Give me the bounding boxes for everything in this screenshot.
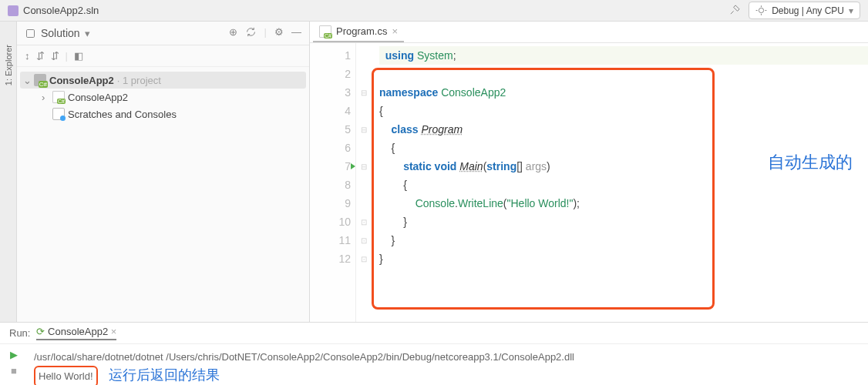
chevron-down-icon[interactable]: ▾ [85, 28, 90, 39]
tree-project[interactable]: ConsoleApp2 [20, 89, 306, 105]
solution-breadcrumb[interactable]: ConsoleApp2.sln [8, 5, 99, 16]
scratches-icon [52, 108, 65, 120]
line-num: 4 [310, 102, 351, 120]
explorer-vertical-tab[interactable]: 1: Explorer [0, 22, 17, 322]
run-command-line: /usr/local/share/dotnet/dotnet /Users/ch… [34, 349, 862, 366]
target-icon[interactable]: ⊕ [229, 26, 237, 40]
bug-icon [755, 5, 767, 16]
line-num: 9 [310, 194, 351, 213]
line-num: 1 [310, 46, 351, 65]
chevron-down-icon: ▾ [849, 5, 853, 16]
chevron-right-icon[interactable] [42, 92, 49, 103]
annotation-autogen-box [372, 68, 715, 310]
annotation-autogen-label: 自动生成的 [768, 151, 853, 174]
run-config-label: Debug | Any CPU [772, 5, 844, 16]
line-num: 10 [310, 213, 351, 231]
tree-project-name: ConsoleApp2 [68, 92, 128, 103]
line-gutter: 1 2 3 4 5 6 7 8 9 10 11 12 [310, 43, 356, 322]
sort-icon[interactable]: ⇵ [36, 50, 45, 62]
filter-icon[interactable]: ⇵ [51, 50, 59, 62]
gear-icon[interactable]: ⚙ [274, 26, 284, 40]
tree-root-suffix: · 1 project [117, 75, 161, 86]
solution-tree: ConsoleApp2 · 1 project ConsoleApp2 Scra… [17, 67, 309, 127]
tree-scratches[interactable]: Scratches and Consoles [20, 105, 306, 122]
sync-icon[interactable] [245, 26, 257, 40]
run-output[interactable]: /usr/local/share/dotnet/dotnet /Users/ch… [28, 344, 868, 385]
svg-rect-1 [27, 29, 35, 37]
run-tab-label: ConsoleApp2 [48, 326, 108, 337]
line-num: 2 [310, 65, 351, 83]
file-tab-label: Program.cs [336, 25, 387, 37]
line-num: 7 [310, 157, 351, 176]
file-tab-program[interactable]: Program.cs × [313, 22, 404, 42]
solution-project-icon [34, 74, 46, 86]
sln-file-name: ConsoleApp2.sln [23, 5, 99, 16]
csharp-project-icon [52, 91, 65, 103]
play-icon[interactable]: ▶ [10, 349, 18, 360]
fold-column: ⊟⊟⊟⊡⊡⊡ [356, 43, 372, 322]
divider: | [264, 26, 267, 40]
code-editor: Program.cs × 1 2 3 4 5 6 7 8 9 10 11 12 … [310, 22, 868, 322]
annotation-result-label: 运行后返回的结果 [109, 367, 220, 383]
run-output-text: Hello World! [39, 370, 93, 382]
explorer-tab-label: 1: Explorer [4, 45, 13, 85]
run-panel: Run: ⟳ ConsoleApp2 × ▶ ■ /usr/local/shar… [0, 322, 868, 385]
line-num: 12 [310, 249, 351, 268]
divider: | [66, 50, 68, 62]
expand-all-icon[interactable]: ↕ [25, 50, 30, 62]
line-num: 11 [310, 231, 351, 249]
close-tab-icon[interactable]: × [392, 25, 398, 37]
run-output-highlight: Hello World! [34, 366, 98, 385]
run-config-tab[interactable]: ⟳ ConsoleApp2 × [36, 326, 116, 340]
collapse-icon[interactable]: — [291, 26, 301, 40]
hammer-icon[interactable] [729, 4, 741, 18]
tree-root[interactable]: ConsoleApp2 · 1 project [20, 72, 306, 89]
line-num: 5 [310, 120, 351, 139]
stop-icon[interactable]: ■ [11, 365, 17, 377]
run-config-selector[interactable]: Debug | Any CPU ▾ [749, 2, 860, 19]
tree-scratches-label: Scratches and Consoles [68, 109, 177, 120]
tree-root-name: ConsoleApp2 [49, 75, 114, 86]
svg-point-0 [759, 8, 764, 12]
chevron-down-icon[interactable] [23, 75, 31, 86]
run-panel-title: Run: [9, 327, 30, 339]
view-icon[interactable]: ◧ [74, 50, 83, 62]
line-num: 8 [310, 176, 351, 194]
sidebar-title: Solution [41, 27, 80, 39]
line-num: 6 [310, 139, 351, 157]
sln-icon [8, 5, 19, 16]
csharp-file-icon [319, 25, 331, 38]
solution-sidebar: Solution ▾ ⊕ | ⚙ — ↕ ⇵ ⇵ | ◧ ConsoleApp2… [17, 22, 310, 322]
solution-icon [25, 28, 36, 39]
line-num: 3 [310, 83, 351, 102]
